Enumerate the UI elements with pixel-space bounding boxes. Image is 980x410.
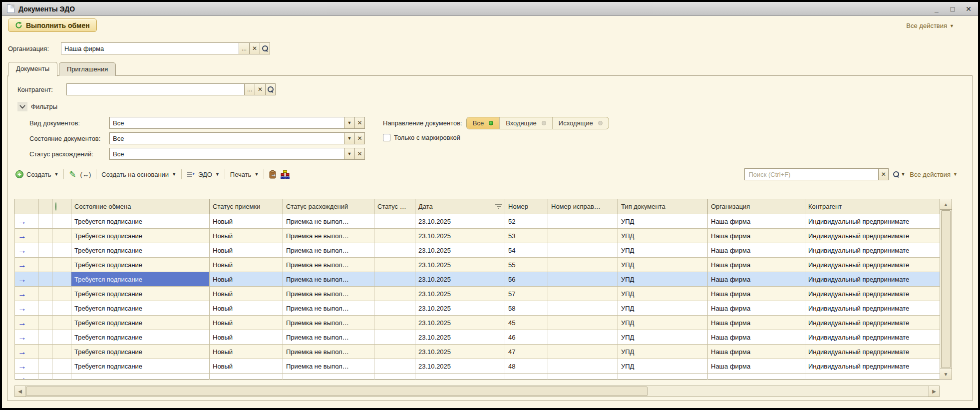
organization-more-button[interactable]: ... xyxy=(239,42,249,54)
table-row[interactable]: →Требуется подписаниеНовыйПриемка не вып… xyxy=(15,345,940,359)
cell-acceptance-status: Новый xyxy=(210,272,283,287)
cell xyxy=(210,374,283,380)
doc-state-dropdown-button[interactable]: ▼ xyxy=(344,132,354,144)
edit-button[interactable]: ✎ xyxy=(69,169,76,180)
discrepancy-status-clear-button[interactable]: ✕ xyxy=(354,148,365,160)
minimize-button[interactable]: _ xyxy=(932,4,941,13)
cell-flag xyxy=(38,258,52,272)
counterparty-input[interactable] xyxy=(66,83,244,95)
cell-acceptance-status: Новый xyxy=(210,359,283,374)
horizontal-scrollbar[interactable]: ◀ ▶ xyxy=(14,386,940,397)
counterparty-search-button[interactable] xyxy=(265,83,276,95)
col-status3[interactable]: Статус … xyxy=(374,199,415,214)
table-row[interactable]: →Требуется подписаниеНовыйПриемка не вып… xyxy=(15,330,940,345)
doc-state-select[interactable]: Все xyxy=(109,132,344,144)
col-number[interactable]: Номер xyxy=(505,199,548,214)
all-actions-top[interactable]: Все действия ▼ xyxy=(906,22,954,29)
scroll-left-button[interactable]: ◀ xyxy=(15,386,25,397)
create-button[interactable]: + Создать ▼ xyxy=(15,170,58,178)
cell-date: 23.10.2025 xyxy=(415,272,505,287)
app-window: Документы ЭДО _ □ ✕ Выполнить обмен Все … xyxy=(0,0,980,410)
cell-doc-type: УПД xyxy=(618,330,708,345)
close-button[interactable]: ✕ xyxy=(964,4,973,13)
search-options-button[interactable]: ▼ xyxy=(893,171,905,177)
organization-search-button[interactable] xyxy=(260,42,270,54)
cell-counterparty: Индивидуальный предпринимате xyxy=(805,243,940,258)
print-button[interactable]: Печать ▼ xyxy=(230,171,259,178)
tab-documents[interactable]: Документы xyxy=(8,62,57,76)
col-exchange-state[interactable]: Состояние обмена xyxy=(71,199,210,214)
table-row[interactable]: →Требуется подписаниеНовыйПриемка не вып… xyxy=(15,272,940,287)
plus-icon: + xyxy=(15,170,23,178)
counterparty-clear-button[interactable]: ✕ xyxy=(255,83,265,95)
table-row-partial[interactable]: → xyxy=(15,374,940,380)
discrepancy-status-dropdown-button[interactable]: ▼ xyxy=(344,148,354,160)
direction-option-outgoing[interactable]: Исходящие xyxy=(553,117,609,129)
table-row[interactable]: →Требуется подписаниеНовыйПриемка не вып… xyxy=(15,301,940,316)
col-acceptance-status[interactable]: Статус приемки xyxy=(210,199,283,214)
cell-status-icon xyxy=(52,214,71,229)
col-organization[interactable]: Организация xyxy=(708,199,805,214)
doc-kind-clear-button[interactable]: ✕ xyxy=(354,117,365,129)
chevron-down-icon: ▼ xyxy=(950,23,954,28)
table-row[interactable]: →Требуется подписаниеНовыйПриемка не вып… xyxy=(15,316,940,330)
col-counterparty[interactable]: Контрагент xyxy=(805,199,940,214)
clipboard-button[interactable] xyxy=(269,170,277,179)
table-row[interactable]: →Требуется подписаниеНовыйПриемка не вып… xyxy=(15,229,940,243)
direction-row: Направление документов: Все Входящие Исх… xyxy=(383,117,609,129)
horizontal-scroll-track[interactable] xyxy=(648,386,929,397)
vertical-scroll-thumb[interactable] xyxy=(941,210,951,368)
doc-kind-select[interactable]: Все xyxy=(109,117,344,129)
reread-button[interactable]: (↔) xyxy=(80,171,91,178)
table-row[interactable]: →Требуется подписаниеНовыйПриемка не вып… xyxy=(15,214,940,229)
filters-toggle[interactable]: Фильтры xyxy=(17,102,57,111)
cell-exchange-state: Требуется подписание xyxy=(71,345,210,359)
organization-clear-button[interactable]: ✕ xyxy=(249,42,260,54)
refresh-icon xyxy=(15,21,22,29)
create-based-on-label: Создать на основании xyxy=(101,171,169,178)
perform-exchange-button[interactable]: Выполнить обмен xyxy=(8,18,97,32)
direction-option-incoming[interactable]: Входящие xyxy=(500,117,553,129)
hierarchy-icon xyxy=(281,170,290,179)
cell-fix-number xyxy=(548,330,618,345)
doc-state-clear-button[interactable]: ✕ xyxy=(354,132,365,144)
table-row[interactable]: →Требуется подписаниеНовыйПриемка не вып… xyxy=(15,287,940,301)
col-status-icon[interactable] xyxy=(52,199,71,214)
counterparty-label: Контрагент: xyxy=(17,86,66,93)
doc-kind-dropdown-button[interactable]: ▼ xyxy=(344,117,354,129)
col-fix-number[interactable]: Номер исправ… xyxy=(548,199,618,214)
vertical-scrollbar[interactable]: ▲ ▼ xyxy=(940,199,952,380)
cell-organization: Наша фирма xyxy=(708,243,805,258)
search-clear-button[interactable]: ✕ xyxy=(878,168,889,180)
table-row[interactable]: →Требуется подписаниеНовыйПриемка не вып… xyxy=(15,243,940,258)
create-based-on-button[interactable]: Создать на основании ▼ xyxy=(101,171,176,178)
col-discrepancy-status[interactable]: Статус расхождений xyxy=(283,199,374,214)
col-marker[interactable] xyxy=(15,199,38,214)
marking-checkbox[interactable] xyxy=(383,134,390,141)
cell-flag xyxy=(38,330,52,345)
cell-number: 46 xyxy=(505,330,548,345)
table-row[interactable]: →Требуется подписаниеНовыйПриемка не вып… xyxy=(15,258,940,272)
organization-input[interactable]: Наша фирма xyxy=(61,42,239,54)
horizontal-scroll-thumb[interactable] xyxy=(26,387,648,396)
cell-marker: → xyxy=(15,287,38,301)
scroll-right-button[interactable]: ▶ xyxy=(929,386,939,397)
direction-option-all[interactable]: Все xyxy=(467,117,500,129)
cell-organization: Наша фирма xyxy=(708,214,805,229)
maximize-button[interactable]: □ xyxy=(948,4,957,13)
edo-menu-button[interactable]: ЭДО ▼ xyxy=(187,171,220,178)
tab-invitations[interactable]: Приглашения xyxy=(59,62,116,76)
col-flag[interactable] xyxy=(38,199,52,214)
cell-fix-number xyxy=(548,243,618,258)
all-actions-table[interactable]: Все действия ▼ xyxy=(910,171,958,178)
search-input[interactable] xyxy=(744,168,878,180)
col-doc-type[interactable]: Тип документа xyxy=(618,199,708,214)
cell-exchange-state: Требуется подписание xyxy=(71,229,210,243)
counterparty-more-button[interactable]: ... xyxy=(244,83,255,95)
hierarchy-button[interactable] xyxy=(281,170,290,179)
scroll-up-button[interactable]: ▲ xyxy=(940,199,952,210)
discrepancy-status-select[interactable]: Все xyxy=(109,148,344,160)
table-row[interactable]: →Требуется подписаниеНовыйПриемка не вып… xyxy=(15,359,940,374)
col-date[interactable]: Дата xyxy=(415,199,505,214)
scroll-down-button[interactable]: ▼ xyxy=(940,369,952,379)
